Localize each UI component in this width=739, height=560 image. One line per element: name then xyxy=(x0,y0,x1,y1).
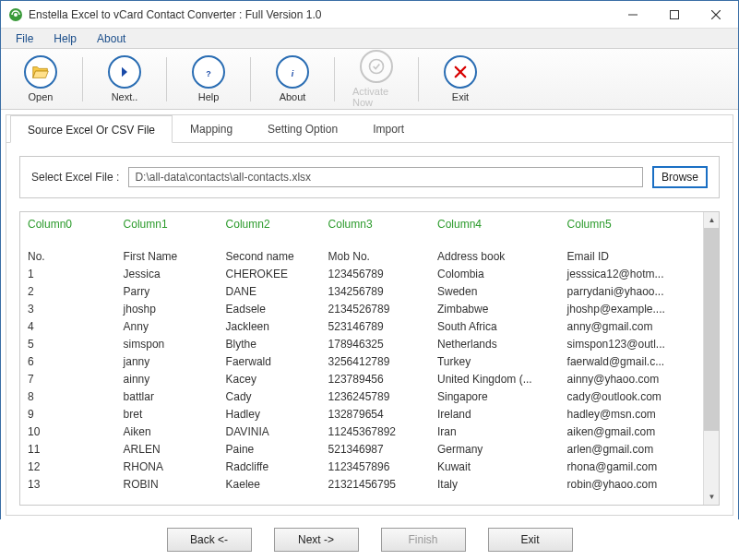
cell: hadley@msn.com xyxy=(560,405,703,423)
tab-mapping[interactable]: Mapping xyxy=(173,114,250,142)
cell: Ireland xyxy=(430,405,560,423)
table-row[interactable]: 1JessicaCHEROKEE123456789Colombiajesssic… xyxy=(20,265,703,282)
cell: Jackleen xyxy=(219,317,321,335)
cell: DAVINIA xyxy=(219,423,321,440)
cell: Faerwald xyxy=(219,352,321,370)
cell: Paine xyxy=(219,440,321,458)
table-row[interactable]: 11ARLENPaine521346987Germanyarlen@gmail.… xyxy=(20,440,703,458)
cell: 521346987 xyxy=(321,440,430,458)
back-button[interactable]: Back <- xyxy=(167,528,252,552)
cell: 6 xyxy=(20,352,116,370)
exit-icon xyxy=(444,55,477,89)
separator xyxy=(166,57,167,101)
tab-setting[interactable]: Setting Option xyxy=(250,114,355,142)
table-row[interactable]: 10AikenDAVINIA11245367892Iranaiken@gmail… xyxy=(20,423,703,440)
cell: 11245367892 xyxy=(321,423,430,440)
check-icon xyxy=(360,50,393,83)
table-row[interactable]: 9bretHadley132879654Irelandhadley@msn.co… xyxy=(20,405,703,423)
table-row[interactable]: 12RHONARadcliffe1123457896Kuwaitrhona@ga… xyxy=(20,458,703,475)
file-path-input[interactable] xyxy=(128,167,643,187)
menu-file[interactable]: File xyxy=(6,30,42,47)
separator xyxy=(334,57,335,101)
cell: faerwald@gmail.c... xyxy=(560,352,703,370)
cell: 178946325 xyxy=(321,335,430,352)
menu-help[interactable]: Help xyxy=(44,30,86,47)
cell: jesssica12@hotm... xyxy=(560,265,703,282)
cell: jhoshp xyxy=(116,300,219,317)
cell: rhona@gamil.com xyxy=(560,458,703,475)
wizard-panel: Source Excel Or CSV File Mapping Setting… xyxy=(6,114,733,516)
column-header[interactable]: Column1 xyxy=(116,212,219,236)
cell: Mob No. xyxy=(321,247,430,265)
cell: Blythe xyxy=(219,335,321,352)
minimize-button[interactable] xyxy=(612,1,653,28)
cell: Hadley xyxy=(219,405,321,423)
wizard-footer: Back <- Next -> Finish Exit xyxy=(0,519,739,560)
separator xyxy=(250,57,251,101)
cell: Cady xyxy=(219,387,321,405)
cell: 8 xyxy=(20,387,116,405)
table-row[interactable]: 2ParryDANE134256789Swedenparrydani@yhaoo… xyxy=(20,282,703,300)
tab-strip: Source Excel Or CSV File Mapping Setting… xyxy=(6,115,733,143)
cell: aiken@gmail.com xyxy=(560,423,703,440)
tab-import[interactable]: Import xyxy=(355,114,422,142)
cell: 523146789 xyxy=(321,317,430,335)
finish-button: Finish xyxy=(381,528,466,552)
arrow-next-icon xyxy=(108,55,141,89)
cell: 10 xyxy=(20,423,116,440)
data-grid[interactable]: Column0Column1Column2Column3Column4Colum… xyxy=(20,212,703,505)
column-header[interactable]: Column5 xyxy=(560,212,703,236)
cell: 3256412789 xyxy=(321,352,430,370)
cell: South Africa xyxy=(430,317,560,335)
svg-rect-3 xyxy=(670,10,678,18)
column-header[interactable]: Column4 xyxy=(430,212,560,236)
cell: Parry xyxy=(116,282,219,300)
window-title: Enstella Excel to vCard Contact Converte… xyxy=(29,8,612,21)
table-row[interactable]: 5simsponBlythe178946325Netherlandssimspo… xyxy=(20,335,703,352)
column-header[interactable]: Column0 xyxy=(20,212,116,236)
cell: Aiken xyxy=(116,423,219,440)
scroll-down-icon[interactable]: ▼ xyxy=(704,489,720,505)
table-row[interactable]: 6jannyFaerwald3256412789Turkeyfaerwald@g… xyxy=(20,352,703,370)
footer-exit-button[interactable]: Exit xyxy=(488,528,573,552)
scroll-thumb[interactable] xyxy=(704,228,719,431)
cell: arlen@gmail.com xyxy=(560,440,703,458)
cell: cady@outlook.com xyxy=(560,387,703,405)
column-header[interactable]: Column3 xyxy=(321,212,430,236)
separator xyxy=(82,57,83,101)
table-row[interactable]: 7ainnyKacey123789456United Kingdom (...a… xyxy=(20,370,703,387)
scroll-up-icon[interactable]: ▲ xyxy=(704,212,720,228)
cell: 5 xyxy=(20,335,116,352)
vertical-scrollbar[interactable]: ▲ ▼ xyxy=(703,212,719,505)
cell: Kaelee xyxy=(219,475,321,493)
table-row[interactable]: 3jhoshpEadsele2134526789Zimbabwejhoshp@e… xyxy=(20,300,703,317)
table-row[interactable]: 8battlarCady1236245789Singaporecady@outl… xyxy=(20,387,703,405)
cell: ainny xyxy=(116,370,219,387)
cell: ainny@yhaoo.com xyxy=(560,370,703,387)
cell: robin@yhaoo.com xyxy=(560,475,703,493)
open-button[interactable]: Open xyxy=(10,52,71,106)
cell: RHONA xyxy=(116,458,219,475)
info-icon: i xyxy=(276,55,309,89)
maximize-button[interactable] xyxy=(653,1,695,28)
table-row[interactable]: 4AnnyJackleen523146789South Africaanny@g… xyxy=(20,317,703,335)
cell: 2 xyxy=(20,282,116,300)
browse-button[interactable]: Browse xyxy=(652,166,708,188)
next-button[interactable]: Next.. xyxy=(94,52,155,106)
file-select-label: Select Excel File : xyxy=(31,171,119,184)
table-row[interactable]: 13ROBINKaelee21321456795Italyrobin@yhaoo… xyxy=(20,475,703,493)
cell: 9 xyxy=(20,405,116,423)
cell: Email ID xyxy=(560,247,703,265)
close-button[interactable] xyxy=(695,1,736,28)
about-button[interactable]: i About xyxy=(262,52,323,106)
app-icon xyxy=(8,7,23,22)
cell: jhoshp@example.... xyxy=(560,300,703,317)
help-button[interactable]: ? Help xyxy=(178,52,239,106)
footer-next-button[interactable]: Next -> xyxy=(274,528,359,552)
column-header[interactable]: Column2 xyxy=(219,212,321,236)
svg-point-1 xyxy=(14,13,18,17)
tab-source[interactable]: Source Excel Or CSV File xyxy=(10,115,173,143)
menu-about[interactable]: About xyxy=(88,30,135,47)
exit-button[interactable]: Exit xyxy=(430,52,491,106)
folder-open-icon xyxy=(24,55,57,89)
